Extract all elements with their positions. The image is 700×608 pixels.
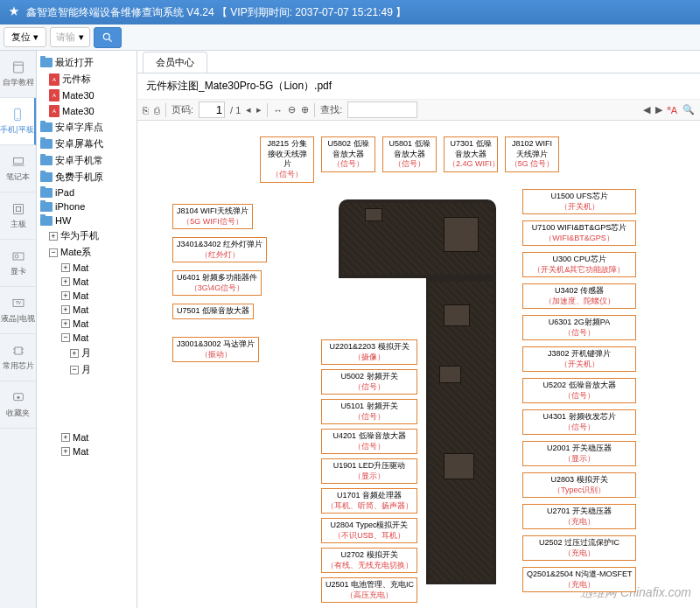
component-annotation: U1901 LED升压驱动（显示） [321, 458, 417, 484]
folder-icon [40, 156, 52, 165]
tree-folder-recent[interactable]: 最近打开 [37, 54, 136, 71]
tree-folder[interactable]: 安卓字库点 [37, 119, 136, 136]
pdf-toolbar: ⎘ ⎙ 页码: / 1 ◂ ▸ ↔ ⊖ ⊕ 查找: ◀ ▶ ªA 🔍 [137, 100, 700, 121]
toolbar-icon[interactable]: ◂ [246, 104, 251, 115]
main-toolbar: 复位▾ 请输▾ [0, 24, 700, 51]
toolbar-icon[interactable]: ▸ [256, 104, 262, 115]
sidebar-item-laptop[interactable]: 笔记本 [0, 145, 36, 192]
toolbar-icon[interactable]: ⎘ [143, 105, 149, 115]
folder-icon [40, 172, 52, 182]
tree-folder[interactable]: +Mat [37, 430, 136, 444]
svg-text:TV: TV [16, 301, 22, 305]
component-annotation: J3001&3002 马达弹片（振动） [172, 337, 259, 362]
expand-icon[interactable]: + [61, 319, 70, 328]
pdf-icon: A [49, 73, 60, 86]
book-icon [11, 60, 25, 74]
collapse-icon[interactable]: − [70, 366, 79, 374]
expand-icon[interactable]: + [61, 305, 70, 314]
component-annotation: U2001 开关稳压器（显示） [522, 441, 636, 466]
file-tree[interactable]: 最近打开 A元件标 AMate30 AMate30 安卓字库点 安卓屏幕代 安卓… [37, 51, 137, 608]
tab-member[interactable]: 会员中心 [143, 52, 207, 73]
toolbar-icon[interactable]: ◀ [643, 104, 650, 115]
search-type-dropdown[interactable]: 请输▾ [50, 27, 90, 47]
tree-folder[interactable]: −Mat [37, 331, 136, 345]
expand-icon[interactable]: + [61, 447, 70, 456]
tree-folder[interactable]: 安卓屏幕代 [37, 136, 136, 152]
toolbar-icon[interactable]: ⊖ [288, 104, 296, 115]
chip-icon [11, 344, 25, 358]
gpu-icon [11, 249, 25, 263]
toolbar-icon[interactable]: ▶ [655, 104, 662, 115]
tree-folder[interactable]: +Mat [37, 303, 136, 317]
tree-folder[interactable]: +Mat [37, 317, 136, 331]
tree-folder[interactable]: 免费手机原 [37, 169, 136, 185]
folder-icon [40, 202, 52, 212]
search-button[interactable] [94, 27, 122, 48]
folder-icon [40, 216, 52, 226]
collapse-icon[interactable]: − [49, 248, 58, 257]
tree-folder[interactable]: −Mate系 [37, 244, 136, 261]
star-icon [11, 391, 25, 405]
tree-folder[interactable]: +月 [37, 345, 136, 361]
expand-icon[interactable]: + [61, 291, 70, 300]
tree-folder[interactable]: −月 [37, 361, 136, 378]
folder-icon [40, 58, 52, 67]
toolbar-icon[interactable]: ↔ [273, 105, 283, 115]
tree-folder[interactable]: +Mat [37, 275, 136, 289]
component-annotation: U300 CPU芯片（开关机&其它功能故障） [522, 252, 636, 277]
sidebar-item-board[interactable]: 主板 [0, 192, 36, 240]
find-input[interactable] [347, 101, 417, 118]
expand-icon[interactable]: + [49, 232, 58, 241]
titlebar: 鑫智造智能终端设备维修查询系统 V4.24 【 VIP到期时间: 2037-07… [0, 0, 700, 24]
expand-icon[interactable]: + [61, 263, 70, 272]
document-title: 元件标注图_Mate30Pro-5G（Lion）.pdf [137, 73, 700, 100]
tree-folder[interactable]: +Mat [37, 261, 136, 275]
tree-folder[interactable]: +Mat [37, 289, 136, 303]
toolbar-icon[interactable]: 🔍 [682, 104, 695, 115]
component-annotation: U7100 WIFI&BT&GPS芯片（WIFI&BT&GPS） [522, 220, 636, 246]
svg-point-11 [15, 255, 18, 258]
reset-button[interactable]: 复位▾ [4, 27, 46, 47]
svg-rect-8 [13, 205, 23, 214]
sidebar-item-tutorial[interactable]: 自学教程 [0, 51, 36, 98]
sidebar-item-favorites[interactable]: 收藏夹 [0, 381, 36, 429]
tv-icon: TV [11, 297, 25, 311]
component-annotation: U4301 射频收发芯片（信号） [522, 409, 636, 435]
component-annotation: U1500 UFS芯片（开关机） [522, 189, 636, 214]
svg-point-0 [103, 33, 109, 39]
component-annotation: U7301 低噪音放大器（2.4G WIFI） [444, 136, 498, 172]
tree-folder[interactable]: iPhone [37, 199, 136, 213]
tree-folder-hw[interactable]: HW [37, 213, 136, 227]
sidebar-nav: 自学教程 手机|平板 笔记本 主板 显卡 TV液晶|电视 常用芯片 收藏夹 [0, 51, 37, 608]
expand-icon[interactable]: + [61, 277, 70, 286]
component-annotation: U2502 过压过流保护IC（充电） [522, 535, 636, 561]
pdf-icon: A [49, 89, 60, 101]
sidebar-item-tv[interactable]: TV液晶|电视 [0, 287, 36, 334]
component-annotation: U2702 模拟开关（有线、无线充电切换） [321, 548, 417, 573]
expand-icon[interactable]: + [70, 349, 79, 358]
sidebar-item-gpu[interactable]: 显卡 [0, 240, 36, 287]
tree-file[interactable]: AMate30 [37, 87, 136, 103]
page-input[interactable] [199, 101, 225, 118]
sidebar-item-phone[interactable]: 手机|平板 [0, 98, 36, 145]
pcb-diagram[interactable]: 迅维网 Chinafix.com J8215 分集接收天线弹片（信号）U5802… [137, 121, 700, 608]
toolbar-icon[interactable]: ⊕ [301, 104, 309, 115]
laptop-icon [11, 155, 25, 169]
phone-icon [10, 108, 24, 122]
tree-folder[interactable]: iPad [37, 185, 136, 199]
tree-file[interactable]: A元件标 [37, 71, 136, 87]
collapse-icon[interactable]: − [61, 333, 70, 342]
expand-icon[interactable]: + [61, 433, 70, 442]
svg-rect-2 [13, 62, 23, 73]
component-annotation: U2804 Typec模拟开关（不识USB、耳机） [321, 518, 417, 543]
sidebar-item-chip[interactable]: 常用芯片 [0, 334, 36, 381]
tree-folder[interactable]: +华为手机 [37, 227, 136, 244]
tree-folder[interactable]: +Mat [37, 444, 136, 458]
toolbar-icon[interactable]: ⎙ [154, 105, 160, 115]
component-annotation: U5801 低噪音放大器（信号） [382, 136, 437, 172]
titlebar-text: 鑫智造智能终端设备维修查询系统 V4.24 【 VIP到期时间: 2037-07… [26, 5, 406, 20]
toolbar-icon[interactable]: ªA [668, 105, 677, 115]
tree-file[interactable]: AMate30 [37, 103, 136, 119]
tree-folder[interactable]: 安卓手机常 [37, 152, 136, 169]
find-label: 查找: [320, 103, 342, 116]
